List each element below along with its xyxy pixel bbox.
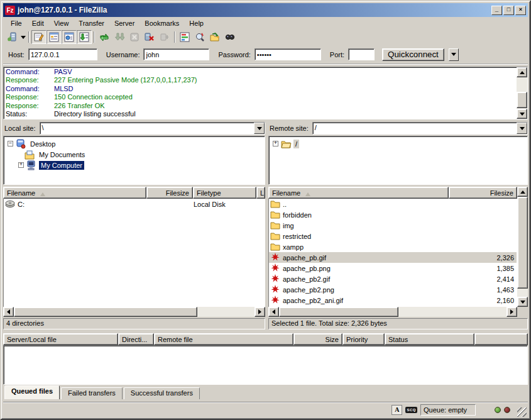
resize-grip[interactable]	[517, 407, 527, 417]
toggle-remote-tree-icon[interactable]	[62, 30, 77, 44]
my-documents-icon	[25, 150, 35, 160]
menu-help[interactable]: Help	[184, 18, 209, 28]
local-list-body: C: Local Disk	[3, 199, 265, 307]
combo-dropdown-icon[interactable]	[254, 123, 265, 134]
combo-dropdown-icon[interactable]	[517, 123, 527, 134]
menu-file[interactable]: File	[6, 18, 27, 28]
file-row[interactable]: xampp	[269, 241, 517, 252]
image-file-icon	[269, 253, 280, 263]
file-row-c-drive[interactable]: C: Local Disk	[4, 199, 265, 209]
scroll-down-icon[interactable]	[517, 109, 527, 119]
column-header-direction[interactable]: Directi...	[118, 333, 154, 345]
speed-limit-icon[interactable]: SCQ	[405, 407, 417, 413]
remote-hscroll-thumb[interactable]	[279, 307, 398, 317]
local-hscroll-thumb[interactable]	[14, 307, 197, 317]
username-input[interactable]	[143, 48, 209, 60]
column-header-size[interactable]: Size	[293, 333, 342, 345]
menu-bookmarks[interactable]: Bookmarks	[140, 18, 184, 28]
file-row[interactable]: forbidden	[269, 209, 517, 220]
remote-tree: + /	[268, 136, 528, 185]
password-input[interactable]	[255, 48, 321, 60]
column-header-empty	[474, 333, 528, 345]
scroll-right-icon[interactable]	[506, 307, 517, 317]
site-manager-icon[interactable]	[4, 30, 19, 44]
remote-site-value[interactable]: /	[313, 123, 517, 134]
host-input[interactable]	[28, 48, 97, 60]
tab-failed-transfers[interactable]: Failed transfers	[61, 387, 123, 399]
tree-item-desktop[interactable]: − Desktop	[5, 138, 263, 149]
file-row[interactable]: apache_pb2_ani.gif2,160	[269, 295, 517, 306]
local-site-combo[interactable]: \	[40, 122, 265, 135]
log-scrollbar[interactable]	[517, 67, 527, 119]
log-scroll-thumb[interactable]	[517, 92, 527, 108]
title-bar[interactable]: Fz john@127.0.0.1 - FileZilla _ □ ×	[3, 3, 528, 17]
synchronized-browsing-icon[interactable]	[207, 30, 222, 44]
column-header-filename[interactable]: Filename	[268, 187, 449, 199]
column-header-priority[interactable]: Priority	[342, 333, 385, 345]
column-header-filesize[interactable]: Filesize	[449, 187, 517, 199]
collapse-icon[interactable]: −	[8, 141, 13, 146]
menu-transfer[interactable]: Transfer	[74, 18, 109, 28]
local-pane: Local site: \ − Desktop My Documents	[3, 122, 265, 329]
search-files-icon[interactable]	[222, 30, 238, 44]
file-row[interactable]: restricted	[269, 231, 517, 241]
expand-icon[interactable]: +	[18, 162, 24, 168]
data-type-indicator-icon[interactable]: A	[391, 405, 402, 415]
menu-edit[interactable]: Edit	[27, 18, 49, 28]
maximize-button[interactable]: □	[503, 6, 514, 15]
column-header-status[interactable]: Status	[385, 333, 474, 345]
remote-horizontal-scrollbar[interactable]	[268, 307, 517, 317]
window-title: john@127.0.0.1 - FileZilla	[18, 6, 490, 14]
site-manager-dropdown-icon[interactable]	[19, 30, 26, 44]
column-header-server-local-file[interactable]: Server/Local file	[3, 333, 118, 345]
column-header-filesize[interactable]: Filesize	[146, 187, 193, 199]
tree-item-my-computer[interactable]: + My Computer	[5, 160, 263, 170]
column-header-filename[interactable]: Filename	[3, 187, 146, 199]
close-button[interactable]: ×	[515, 6, 526, 15]
local-tree: − Desktop My Documents + My Computer	[3, 136, 265, 185]
filter-icon[interactable]	[177, 30, 192, 44]
file-row-selected[interactable]: apache_pb.gif2,326	[269, 252, 517, 263]
minimize-button[interactable]: _	[491, 6, 502, 15]
file-row[interactable]: img	[269, 220, 517, 231]
scroll-left-icon[interactable]	[3, 307, 14, 317]
column-header-remote-file[interactable]: Remote file	[154, 333, 293, 345]
file-row[interactable]: ..	[269, 199, 517, 209]
cancel-operation-icon[interactable]	[127, 30, 142, 44]
column-header-lastmodified[interactable]: L	[256, 187, 265, 199]
expand-icon[interactable]: +	[273, 141, 278, 146]
menu-server[interactable]: Server	[109, 18, 140, 28]
tab-queued-files[interactable]: Queued files	[4, 385, 60, 399]
tab-successful-transfers[interactable]: Successful transfers	[124, 387, 200, 399]
remote-site-combo[interactable]: /	[312, 122, 528, 135]
folder-icon	[269, 221, 280, 231]
local-horizontal-scrollbar[interactable]	[3, 307, 265, 317]
tree-item-my-documents[interactable]: My Documents	[5, 149, 263, 160]
toggle-local-tree-icon[interactable]	[47, 30, 62, 44]
scroll-right-icon[interactable]	[255, 307, 265, 317]
refresh-icon[interactable]	[97, 30, 112, 44]
scroll-up-icon[interactable]	[517, 67, 527, 77]
file-row[interactable]: apache_pb2.png1,463	[269, 284, 517, 295]
scroll-up-icon[interactable]	[517, 187, 528, 197]
port-input[interactable]	[348, 48, 375, 60]
disconnect-icon[interactable]	[142, 30, 157, 44]
quickconnect-dropdown-icon[interactable]	[449, 48, 459, 61]
scroll-down-icon[interactable]	[517, 297, 528, 307]
remote-vertical-scrollbar[interactable]	[517, 187, 528, 307]
menu-view[interactable]: View	[49, 18, 74, 28]
tree-item-root[interactable]: + /	[270, 138, 526, 149]
toggle-message-log-icon[interactable]	[31, 30, 47, 44]
column-header-filetype[interactable]: Filetype	[193, 187, 256, 199]
toggle-transfer-queue-icon[interactable]	[77, 30, 92, 44]
quickconnect-button[interactable]: Quickconnect	[382, 48, 444, 61]
remote-vscroll-thumb[interactable]	[517, 197, 528, 289]
reconnect-icon[interactable]	[157, 30, 172, 44]
process-queue-icon[interactable]	[112, 30, 127, 44]
local-site-value[interactable]: \	[40, 123, 254, 134]
log-label: Command:	[6, 68, 54, 76]
scroll-left-icon[interactable]	[268, 307, 279, 317]
file-row[interactable]: apache_pb.png1,385	[269, 263, 517, 274]
compare-directories-icon[interactable]	[192, 30, 207, 44]
file-row[interactable]: apache_pb2.gif2,414	[269, 274, 517, 284]
